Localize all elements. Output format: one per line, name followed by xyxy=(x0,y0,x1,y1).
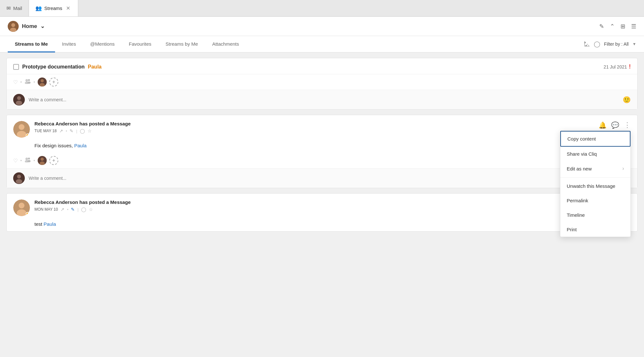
post-2-avatar xyxy=(13,199,30,216)
tab-streams-label: Streams xyxy=(44,5,62,11)
post-1-comment-input[interactable] xyxy=(29,176,619,181)
svg-point-25 xyxy=(16,179,22,184)
context-menu-print[interactable]: Print xyxy=(560,222,630,237)
post-2-body-text: test xyxy=(34,221,42,227)
context-menu-unwatch[interactable]: Unwatch this Message xyxy=(560,179,630,193)
post-card-2: Rebecca Anderson has posted a Message MO… xyxy=(6,193,638,232)
post-2-edit-icon[interactable]: ✎ xyxy=(71,207,75,212)
post-1-edit-icon[interactable]: ✎ xyxy=(70,128,73,133)
prototype-title-highlight[interactable]: Paula xyxy=(88,64,102,70)
prototype-card: Prototype documentation Paula 21 Jul 202… xyxy=(6,58,638,110)
prototype-checkbox[interactable] xyxy=(13,64,19,70)
post-card-1: Rebecca Anderson has posted a Message TU… xyxy=(6,115,638,188)
post-1-people-icon[interactable] xyxy=(24,157,31,164)
compose-icon[interactable]: ✎ xyxy=(599,23,604,30)
post-2-meta: Rebecca Anderson has posted a Message MO… xyxy=(34,199,131,212)
home-label: Home xyxy=(22,23,37,30)
hamburger-icon[interactable]: ☰ xyxy=(631,23,636,30)
post-1-person-avatar xyxy=(38,156,47,165)
tab-invites[interactable]: Invites xyxy=(55,36,83,52)
tab-mentions[interactable]: @Mentions xyxy=(83,36,122,52)
post-1-star-icon[interactable]: ☆ xyxy=(88,128,92,133)
tab-bar: ✉ Mail 👥 Streams ✕ xyxy=(0,0,644,17)
post-2-body: test Paula xyxy=(7,219,637,231)
svg-point-6 xyxy=(27,82,31,84)
tab-streams[interactable]: 👥 Streams ✕ xyxy=(29,0,79,16)
tab-streams-to-me[interactable]: Streams to Me xyxy=(8,36,55,52)
urgent-indicator: ! xyxy=(629,63,631,70)
tab-mail-label: Mail xyxy=(13,5,22,11)
tab-attachments[interactable]: Attachments xyxy=(205,36,246,52)
heart-icon[interactable]: ♡ xyxy=(13,79,18,85)
nav-tabs-list: Streams to Me Invites @Mentions Favourit… xyxy=(8,36,246,52)
post-1-shield-icon[interactable]: ◯ xyxy=(80,128,85,133)
context-menu-copy-content[interactable]: Copy content xyxy=(560,131,630,147)
svg-point-5 xyxy=(28,79,30,81)
context-menu-permalink[interactable]: Permalink xyxy=(560,193,630,208)
post-1-header-left: Rebecca Anderson has posted a Message TU… xyxy=(13,121,131,138)
emoji-icon-1[interactable]: 🙂 xyxy=(623,96,631,104)
post-1-meta: Rebecca Anderson has posted a Message TU… xyxy=(34,121,131,133)
post-1-actions: ♡ • • + xyxy=(7,153,637,168)
person-avatar-1 xyxy=(38,78,47,87)
svg-point-28 xyxy=(17,209,26,216)
context-menu-share-via-cliq[interactable]: Share via Cliq xyxy=(560,147,630,161)
collapse-icon[interactable]: ⌃ xyxy=(610,23,615,30)
post-card-1-header: Rebecca Anderson has posted a Message TU… xyxy=(7,115,637,140)
post-1-date-row: TUE MAY 18 ↗ • ✎ | ◯ ☆ xyxy=(34,128,131,133)
streams-tab-icon: 👥 xyxy=(35,5,42,11)
dot-separator-2: • xyxy=(33,79,35,85)
tab-streams-by-me[interactable]: Streams by Me xyxy=(158,36,205,52)
post-1-avatar xyxy=(13,121,30,138)
tab-favourites[interactable]: Favourites xyxy=(122,36,158,52)
tab-close-icon[interactable]: ✕ xyxy=(65,5,71,12)
post-2-mention[interactable]: Paula xyxy=(43,221,56,227)
post-1-more-icon[interactable]: ⋮ xyxy=(624,121,631,129)
add-people-button[interactable]: + xyxy=(49,78,58,87)
post-2-online-dot xyxy=(26,212,30,216)
top-header: Home ⌄ ✎ ⌃ ⊞ ☰ xyxy=(0,17,644,36)
context-menu-divider xyxy=(560,177,630,178)
post-1-heart-icon[interactable]: ♡ xyxy=(13,158,18,164)
user-avatar xyxy=(8,21,19,32)
post-1-mention[interactable]: Paula xyxy=(74,143,86,148)
svg-point-24 xyxy=(17,175,21,178)
post-1-author: Rebecca Anderson has posted a Message xyxy=(34,121,131,126)
tab-mail[interactable]: ✉ Mail xyxy=(0,0,29,16)
svg-point-15 xyxy=(17,131,26,138)
post-2-date: MON MAY 10 xyxy=(34,207,58,212)
home-chevron: ⌄ xyxy=(40,23,45,30)
post-1-body-text: Fix design issues, xyxy=(34,143,73,148)
post-card-2-header: Rebecca Anderson has posted a Message MO… xyxy=(7,194,637,219)
prototype-comment-input[interactable] xyxy=(29,97,619,102)
svg-point-12 xyxy=(16,101,22,105)
filter-funnel-icon[interactable]: ⛡ xyxy=(584,41,590,48)
prototype-comment-area: 🙂 xyxy=(7,90,637,109)
post-1-add-people[interactable]: + xyxy=(49,156,58,165)
svg-point-27 xyxy=(19,203,24,208)
post-1-bell-icon[interactable]: 🔔 xyxy=(599,121,607,129)
grid-icon[interactable]: ⊞ xyxy=(620,23,625,30)
filter-label[interactable]: Filter by : All xyxy=(604,41,629,47)
post-2-star-icon[interactable]: ☆ xyxy=(89,207,93,212)
nav-filter-area: ⛡ ◯ Filter by : All ▼ xyxy=(584,41,636,48)
dot-separator-1: • xyxy=(20,79,22,85)
svg-point-11 xyxy=(17,96,21,100)
svg-point-14 xyxy=(19,124,24,130)
home-button[interactable]: Home ⌄ xyxy=(8,21,45,32)
svg-point-3 xyxy=(25,79,28,82)
post-1-body: Fix design issues, Paula xyxy=(7,140,637,153)
filter-clear-icon[interactable]: ◯ xyxy=(594,41,600,48)
context-menu-timeline[interactable]: Timeline xyxy=(560,208,630,222)
post-2-shield-icon[interactable]: ◯ xyxy=(81,207,86,212)
post-1-chat-icon[interactable]: 💬 xyxy=(611,121,619,129)
post-1-commenter-avatar xyxy=(13,172,25,184)
post-1-link-icon[interactable]: ↗ xyxy=(59,128,63,133)
svg-point-21 xyxy=(41,158,44,161)
prototype-title-text: Prototype documentation xyxy=(22,64,85,70)
context-menu-edit-as-new[interactable]: Edit as new › xyxy=(560,161,630,176)
people-icon[interactable] xyxy=(24,79,31,85)
post-1-comment-area: 🙂 xyxy=(7,168,637,188)
post-2-link-icon[interactable]: ↗ xyxy=(61,207,64,212)
filter-chevron-icon: ▼ xyxy=(632,42,636,46)
